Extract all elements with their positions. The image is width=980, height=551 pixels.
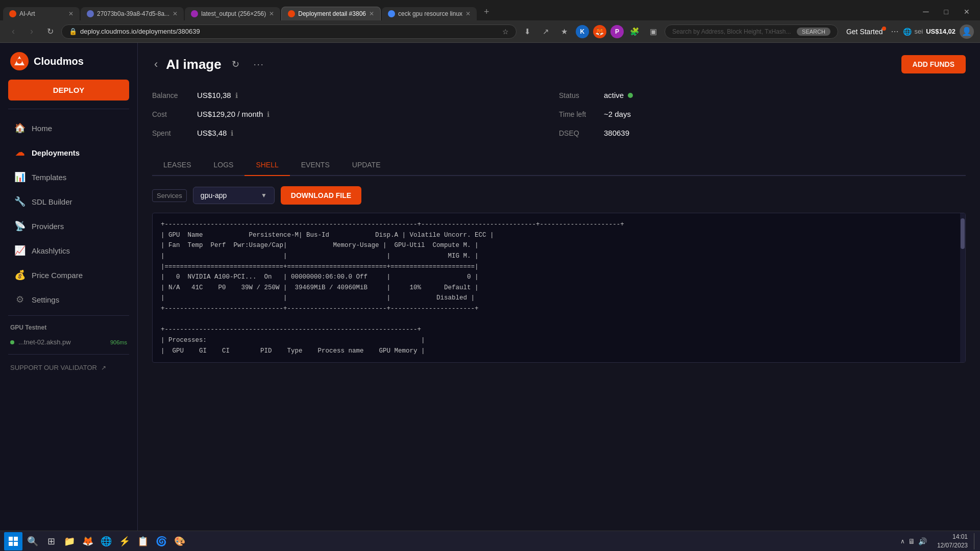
sidebar-item-providers[interactable]: 📡 Providers: [4, 214, 133, 238]
deployment-info-grid: Balance US$10,38 ℹ Status active Cost US…: [152, 86, 966, 142]
sidebar-section-title: GPU Testnet: [0, 320, 137, 334]
taskbar-file-manager-icon[interactable]: 📁: [61, 533, 78, 549]
cost-value: US$129,20 / month: [197, 110, 263, 118]
taskbar-app1-icon[interactable]: 📋: [135, 533, 151, 549]
tab-update[interactable]: UPDATE: [341, 155, 392, 176]
deployment-header: ‹ AI image ↻ ··· ADD FUNDS: [152, 55, 966, 73]
taskbar-clock[interactable]: 14:01 12/07/2023: [933, 533, 972, 550]
tab-deployment-detail[interactable]: Deployment detail #3806 ✕: [281, 7, 381, 20]
tab-close-4[interactable]: ✕: [369, 10, 374, 17]
tab-leases[interactable]: LEASES: [152, 155, 202, 176]
sidebar-server-item[interactable]: ...tnet-02.aksh.pw 906ms: [0, 334, 137, 350]
ext-sidebar-icon[interactable]: ▣: [646, 24, 660, 39]
star-icon[interactable]: ★: [557, 24, 572, 39]
services-section: Services gpu-app ▼ DOWNLOAD FILE: [152, 186, 966, 205]
taskbar-app2-icon[interactable]: 🎨: [172, 533, 188, 549]
taskbar-search-icon[interactable]: 🔍: [24, 533, 41, 549]
spent-label: Spent: [152, 129, 193, 137]
tab-title-3: latest_output (256×256): [201, 10, 266, 17]
tab-close-1[interactable]: ✕: [68, 10, 74, 17]
refresh-deployment-button[interactable]: ↻: [228, 57, 243, 72]
taskbar-chevron-icon[interactable]: ∧: [900, 538, 905, 545]
svg-point-2: [17, 59, 22, 64]
taskbar-firefox-icon[interactable]: 🦊: [80, 533, 96, 549]
sidebar-item-deployments[interactable]: ☁ Deployments: [4, 141, 133, 164]
app-layout: Cloudmos DEPLOY 🏠 Home ☁ Deployments 📊 T…: [0, 43, 980, 531]
download-file-button[interactable]: DOWNLOAD FILE: [281, 186, 361, 205]
dseq-value: 380639: [604, 129, 629, 137]
ext-p-icon[interactable]: P: [610, 25, 624, 38]
akashlytics-icon: 📈: [14, 245, 26, 256]
tab-close-5[interactable]: ✕: [465, 10, 471, 17]
more-menu-button[interactable]: ···: [891, 26, 899, 37]
balance-info-icon[interactable]: ℹ: [235, 91, 238, 99]
sidebar-logo: Cloudmos: [0, 43, 137, 80]
add-tab-button[interactable]: +: [479, 4, 495, 20]
cost-row: Cost US$129,20 / month ℹ: [152, 105, 559, 123]
support-validator-link[interactable]: SUPPORT OUR VALIDATOR ↗: [0, 359, 137, 377]
deploy-button[interactable]: DEPLOY: [8, 80, 129, 101]
share-icon[interactable]: ↗: [539, 24, 553, 39]
start-button[interactable]: [4, 532, 22, 550]
terminal-scrollbar[interactable]: [960, 213, 965, 362]
ext-puzzle-icon[interactable]: 🧩: [628, 24, 642, 39]
search-button[interactable]: SEARCH: [797, 28, 830, 36]
get-started-button[interactable]: Get Started: [842, 26, 887, 38]
add-funds-button[interactable]: ADD FUNDS: [901, 55, 966, 73]
cost-info-icon[interactable]: ℹ: [267, 110, 270, 118]
taskbar-chrome-icon[interactable]: 🌀: [153, 533, 169, 549]
tab-ceck-gpu[interactable]: ceck gpu resource linux ✕: [382, 7, 477, 20]
tab-latest-output[interactable]: latest_output (256×256) ✕: [185, 7, 280, 20]
tab-logs[interactable]: LOGS: [202, 155, 244, 176]
tab-ai-art[interactable]: AI-Art ✕: [3, 7, 80, 20]
sidebar-item-home-label: Home: [32, 124, 52, 133]
notification-dot: [882, 27, 886, 31]
taskbar-task-view-icon[interactable]: ⊞: [43, 533, 59, 549]
nav-forward-button[interactable]: ›: [24, 24, 39, 39]
terminal-scrollbar-thumb[interactable]: [961, 218, 965, 249]
status-indicator: [628, 93, 633, 98]
tab-close-3[interactable]: ✕: [269, 10, 274, 17]
search-bar[interactable]: Search by Address, Block Height, TxHash.…: [665, 24, 838, 39]
taskbar-browser-icon[interactable]: 🌐: [98, 533, 114, 549]
services-select[interactable]: gpu-app ▼: [193, 187, 275, 204]
taskbar-time: 14:01: [937, 533, 968, 541]
ext-fox-icon[interactable]: 🦊: [593, 25, 606, 38]
network-icon: 🌐: [903, 28, 912, 36]
bookmark-icon[interactable]: ☆: [502, 28, 509, 36]
extensions-icon[interactable]: ⬇: [521, 24, 535, 39]
taskbar-show-desktop[interactable]: [974, 533, 976, 549]
spent-info-icon[interactable]: ℹ: [231, 129, 233, 137]
window-close-button[interactable]: ✕: [957, 6, 977, 18]
sidebar-item-price-compare[interactable]: 💰 Price Compare: [4, 263, 133, 287]
sidebar-item-akashlytics[interactable]: 📈 Akashlytics: [4, 239, 133, 262]
taskbar-thunder-icon[interactable]: ⚡: [116, 533, 133, 549]
tab-events[interactable]: EVENTS: [290, 155, 341, 176]
address-input[interactable]: 🔒 deploy.cloudmos.io/deployments/380639 …: [61, 24, 517, 39]
sidebar-item-templates[interactable]: 📊 Templates: [4, 165, 133, 189]
tab-close-2[interactable]: ✕: [173, 10, 178, 17]
tab-favicon-4: [288, 10, 295, 17]
window-max-button[interactable]: □: [937, 6, 955, 18]
tab-27073[interactable]: 27073b0a-39a8-47d5-8a... ✕: [81, 7, 184, 20]
browser-tab-bar: AI-Art ✕ 27073b0a-39a8-47d5-8a... ✕ late…: [0, 0, 980, 20]
dseq-row: DSEQ 380639: [559, 123, 966, 142]
cost-label: Cost: [152, 110, 193, 118]
sidebar-item-sdl-builder[interactable]: 🔧 SDL Builder: [4, 190, 133, 213]
more-options-button[interactable]: ···: [250, 57, 268, 72]
svg-rect-3: [9, 537, 13, 541]
tab-title-5: ceck gpu resource linux: [398, 10, 462, 17]
nav-reload-button[interactable]: ↻: [43, 24, 57, 39]
sidebar-item-settings[interactable]: ⚙ Settings: [4, 288, 133, 311]
terminal-line-11: | Processes: |: [161, 335, 957, 346]
window-controls: ─ □ ✕: [916, 5, 977, 20]
taskbar-network-icon[interactable]: 🖥: [908, 537, 915, 545]
taskbar-volume-icon[interactable]: 🔊: [918, 537, 927, 545]
ext-k-icon[interactable]: K: [576, 25, 589, 38]
back-button[interactable]: ‹: [152, 56, 160, 73]
profile-button[interactable]: 👤: [960, 24, 974, 39]
sidebar-item-home[interactable]: 🏠 Home: [4, 116, 133, 140]
window-min-button[interactable]: ─: [916, 5, 936, 18]
nav-back-button[interactable]: ‹: [6, 24, 20, 39]
tab-shell[interactable]: SHELL: [244, 155, 289, 176]
